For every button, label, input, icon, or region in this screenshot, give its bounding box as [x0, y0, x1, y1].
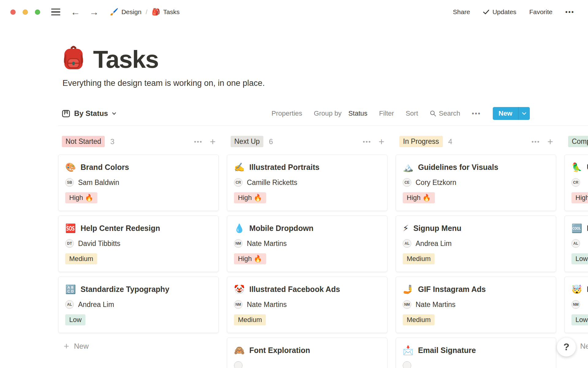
- board-column-completed: Completed•••+🦜UCRHigh 🔥🆒BALLow🤯HNMLow+Ne…: [564, 136, 588, 368]
- assignee-row: ALAndrea Lim: [403, 239, 550, 248]
- card-icon: 🎨: [65, 163, 76, 172]
- task-card[interactable]: 🎨Brand ColorsSBSam BaldwinHigh 🔥: [58, 155, 219, 211]
- page-icon-backpack[interactable]: [61, 44, 86, 72]
- card-title: Email Signature: [418, 346, 476, 355]
- column-more-icon[interactable]: •••: [532, 138, 540, 145]
- view-toolbar: By Status Properties Group by Status Fil…: [58, 107, 588, 126]
- priority-badge: Medium: [65, 253, 97, 264]
- assignee-row: NMNate Martins: [234, 239, 381, 248]
- card-title-row: 🎨Brand Colors: [65, 163, 212, 172]
- forward-arrow-icon[interactable]: →: [89, 7, 99, 17]
- breadcrumb-item-tasks[interactable]: 🎒 Tasks: [152, 8, 179, 16]
- properties-button[interactable]: Properties: [271, 109, 302, 117]
- status-badge[interactable]: In Progress: [399, 136, 443, 147]
- assignee-row: [403, 361, 550, 368]
- card-title-row: 🆘Help Center Redesign: [65, 224, 212, 233]
- view-switcher[interactable]: By Status: [58, 109, 116, 118]
- task-card[interactable]: 🤳GIF Instagram AdsNMNate MartinsMedium: [396, 277, 556, 333]
- search-button[interactable]: Search: [430, 109, 460, 117]
- task-card[interactable]: 🔠Standardize TypographyALAndrea LimLow: [58, 277, 219, 333]
- more-options-icon[interactable]: •••: [565, 9, 575, 16]
- new-button-chevron[interactable]: [518, 107, 530, 120]
- task-card[interactable]: 🆒BALLow: [564, 216, 588, 272]
- task-card[interactable]: 🦜UCRHigh 🔥: [564, 155, 588, 211]
- close-window-icon[interactable]: [10, 10, 16, 15]
- task-card[interactable]: 📩Email Signature: [396, 338, 556, 368]
- avatar: CE: [403, 178, 411, 187]
- paintbrush-icon: 🖌️: [110, 8, 118, 16]
- task-card[interactable]: 🤯HNMLow: [564, 277, 588, 333]
- card-icon: 💧: [234, 224, 245, 233]
- back-arrow-icon[interactable]: ←: [71, 7, 80, 17]
- priority-badge: High 🔥: [234, 192, 266, 203]
- sort-button[interactable]: Sort: [406, 109, 418, 117]
- assignee-row: SBSam Baldwin: [65, 178, 212, 187]
- card-title: Help Center Redesign: [81, 224, 160, 233]
- card-title: Standardize Typography: [81, 285, 169, 294]
- task-card[interactable]: 🆘Help Center RedesignDTDavid TibbittsMed…: [58, 216, 219, 272]
- priority-row: Low: [65, 314, 212, 325]
- card-icon: 🔠: [65, 285, 76, 294]
- task-card[interactable]: ✍️Illustrated PortraitsCRCamille Rickett…: [227, 155, 387, 211]
- card-icon: 🤯: [571, 285, 582, 294]
- zoom-window-icon[interactable]: [35, 10, 40, 15]
- column-add-icon[interactable]: +: [547, 137, 553, 147]
- task-card[interactable]: 🏔️Guidelines for VisualsCECory EtzkornHi…: [396, 155, 556, 211]
- avatar: AL: [571, 239, 580, 248]
- avatar: CR: [234, 178, 243, 187]
- board-view-icon: [62, 109, 70, 118]
- card-title-row: 🤳GIF Instagram Ads: [403, 285, 550, 294]
- search-icon: [430, 110, 436, 117]
- assignee-row: [234, 361, 381, 368]
- breadcrumb-item-design[interactable]: 🖌️ Design: [110, 8, 141, 16]
- favorite-button[interactable]: Favorite: [529, 8, 552, 16]
- avatar: SB: [65, 178, 74, 187]
- add-card-button[interactable]: +New: [58, 342, 219, 351]
- toolbar-more-icon[interactable]: •••: [472, 110, 481, 117]
- card-title: GIF Instagram Ads: [418, 285, 486, 294]
- card-title: Illustrated Facebook Ads: [249, 285, 340, 294]
- assignee-name: Andrea Lim: [78, 301, 114, 309]
- status-badge[interactable]: Not Started: [62, 136, 105, 147]
- share-button[interactable]: Share: [453, 8, 470, 16]
- priority-row: High 🔥: [234, 253, 381, 264]
- card-icon: 🤳: [403, 285, 413, 294]
- column-more-icon[interactable]: •••: [194, 138, 202, 145]
- help-button[interactable]: ?: [557, 337, 576, 357]
- filter-button[interactable]: Filter: [379, 109, 394, 117]
- task-card[interactable]: ⚡Signup MenuALAndrea LimMedium: [396, 216, 556, 272]
- priority-row: Low: [571, 253, 588, 264]
- card-title-row: 🏔️Guidelines for Visuals: [403, 163, 550, 172]
- updates-button[interactable]: Updates: [483, 8, 516, 16]
- assignee-name: Nate Martins: [247, 301, 287, 309]
- group-by-button[interactable]: Group by Status: [314, 109, 368, 117]
- column-add-icon[interactable]: +: [379, 137, 384, 147]
- column-header: Next Up6•••+: [227, 136, 387, 147]
- status-badge[interactable]: Next Up: [231, 136, 263, 147]
- view-name: By Status: [74, 109, 108, 118]
- assignee-row: DTDavid Tibbitts: [65, 239, 212, 248]
- card-title-row: 💧Mobile Dropdown: [234, 224, 381, 233]
- window-topbar: ← → 🖌️ Design / 🎒 Tasks Share Updates Fa…: [0, 0, 588, 24]
- column-count: 3: [110, 137, 114, 146]
- column-actions: •••+: [532, 137, 553, 147]
- priority-badge: High 🔥: [571, 192, 588, 203]
- new-button[interactable]: New: [493, 107, 530, 120]
- backpack-icon: 🎒: [152, 8, 160, 16]
- avatar: NM: [403, 300, 411, 309]
- card-title: Mobile Dropdown: [249, 224, 314, 233]
- assignee-name: Camille Ricketts: [247, 178, 297, 187]
- board-column-in-progress: In Progress4•••+🏔️Guidelines for Visuals…: [396, 136, 556, 368]
- menu-icon[interactable]: [51, 9, 60, 15]
- priority-row: High 🔥: [403, 192, 550, 203]
- assignee-name: Andrea Lim: [416, 240, 452, 248]
- task-card[interactable]: 🙈Font Exploration: [227, 338, 387, 368]
- minimize-window-icon[interactable]: [23, 10, 28, 15]
- column-more-icon[interactable]: •••: [363, 138, 371, 145]
- task-card[interactable]: 💧Mobile DropdownNMNate MartinsHigh 🔥: [227, 216, 387, 272]
- status-badge[interactable]: Completed: [568, 136, 588, 147]
- task-card[interactable]: 🤡Illustrated Facebook AdsNMNate MartinsM…: [227, 277, 387, 333]
- breadcrumb-label: Design: [121, 8, 141, 16]
- priority-badge: Low: [571, 314, 588, 325]
- column-add-icon[interactable]: +: [210, 137, 216, 147]
